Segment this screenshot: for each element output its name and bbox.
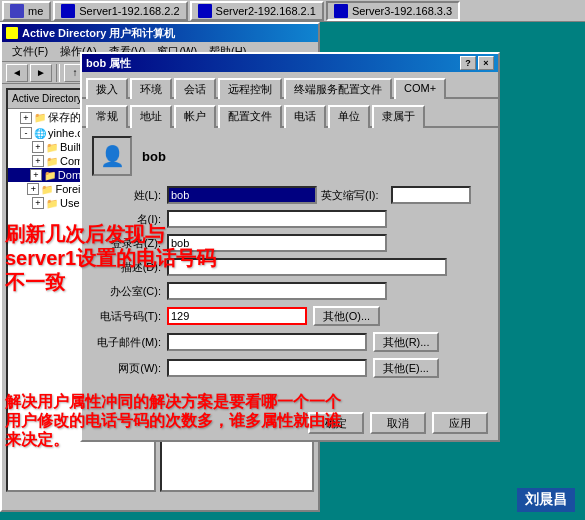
toolbar-sep1: [56, 64, 60, 82]
tab-member[interactable]: 隶属于: [372, 105, 425, 128]
webpage-label: 网页(W):: [92, 361, 167, 376]
ok-button[interactable]: 确定: [308, 412, 364, 434]
tab-server1-icon: [61, 4, 75, 18]
user-avatar-row: 👤 bob: [92, 136, 488, 176]
folder-users-icon: 📁: [46, 198, 58, 209]
webpage-row: 网页(W): 其他(E)...: [92, 358, 488, 378]
taskbar: me Server1-192.168.2.2 Server2-192.168.2…: [0, 0, 585, 22]
firstname-input[interactable]: [167, 210, 387, 228]
bob-properties-dialog: bob 属性 ? × 拨入 环境 会话 远程控制 终端服务配置文件 COM+ 常…: [80, 52, 500, 442]
lastname-label: 姓(L):: [92, 188, 167, 203]
tab-server3[interactable]: Server3-192.168.3.3: [326, 1, 460, 21]
initials-label: 英文缩写(I):: [321, 188, 391, 203]
cancel-button[interactable]: 取消: [370, 412, 426, 434]
email-other-btn[interactable]: 其他(R)...: [373, 332, 439, 352]
tab-server2[interactable]: Server2-192.168.2.1: [190, 1, 324, 21]
tab-env[interactable]: 环境: [130, 78, 172, 99]
lastname-row: 姓(L): 英文缩写(I):: [92, 186, 488, 204]
phone-input[interactable]: [167, 307, 307, 325]
folder-foreign-icon: 📁: [41, 184, 53, 195]
webpage-input[interactable]: [167, 359, 367, 377]
expand-foreign[interactable]: +: [27, 183, 39, 195]
tab-general[interactable]: 常规: [86, 105, 128, 128]
author-name: 刘晨昌: [517, 488, 575, 512]
folder-computers-icon: 📁: [46, 156, 58, 167]
tab-account[interactable]: 帐户: [174, 105, 216, 128]
user-display-name: bob: [142, 149, 166, 164]
toolbar-back[interactable]: ◄: [6, 64, 28, 82]
toolbar-forward[interactable]: ►: [30, 64, 52, 82]
office-input[interactable]: [167, 282, 387, 300]
initials-input[interactable]: [391, 186, 471, 204]
dialog-title: bob 属性: [86, 56, 131, 71]
firstname-label: 名(I):: [92, 212, 167, 227]
logon-label: 登录名(Z):: [92, 236, 167, 251]
desc-input[interactable]: [167, 258, 447, 276]
email-input[interactable]: [167, 333, 367, 351]
desc-row: 描述(D):: [92, 258, 488, 276]
tab-phone[interactable]: 电话: [284, 105, 326, 128]
folder-saved-icon: 📁: [34, 112, 46, 123]
lastname-input[interactable]: [167, 186, 317, 204]
tab-session[interactable]: 会话: [174, 78, 216, 99]
logon-row: 登录名(Z):: [92, 234, 488, 252]
apply-button[interactable]: 应用: [432, 412, 488, 434]
expand-computers[interactable]: +: [32, 155, 44, 167]
tab-address[interactable]: 地址: [130, 105, 172, 128]
ad-icon: [6, 27, 18, 39]
tab-profile[interactable]: 配置文件: [218, 105, 282, 128]
tab-server3-icon: [334, 4, 348, 18]
office-label: 办公室(C):: [92, 284, 167, 299]
expand-users[interactable]: +: [32, 197, 44, 209]
webpage-other-btn[interactable]: 其他(E)...: [373, 358, 439, 378]
logon-input[interactable]: [167, 234, 387, 252]
expand-yinhe[interactable]: -: [20, 127, 32, 139]
ad-titlebar: Active Directory 用户和计算机: [2, 24, 318, 42]
tab-server2-icon: [198, 4, 212, 18]
dialog-body: 👤 bob 姓(L): 英文缩写(I): 名(I): 登录名(Z):: [82, 128, 498, 392]
menu-file[interactable]: 文件(F): [6, 42, 54, 61]
firstname-row: 名(I):: [92, 210, 488, 228]
folder-builtin-icon: 📁: [46, 142, 58, 153]
tab-dialin[interactable]: 拨入: [86, 78, 128, 99]
user-avatar: 👤: [92, 136, 132, 176]
expand-dc[interactable]: +: [30, 169, 42, 181]
dialog-help-btn[interactable]: ?: [460, 56, 476, 70]
dialog-tabs-row1: 拨入 环境 会话 远程控制 终端服务配置文件 COM+: [82, 72, 498, 99]
tab-me-icon: [10, 4, 24, 18]
expand-saved[interactable]: +: [20, 112, 32, 124]
tab-remote[interactable]: 远程控制: [218, 78, 282, 99]
dialog-tabs-row2: 常规 地址 帐户 配置文件 电话 单位 隶属于: [82, 99, 498, 128]
tab-unit[interactable]: 单位: [328, 105, 370, 128]
dialog-close-btn[interactable]: ×: [478, 56, 494, 70]
tab-server1[interactable]: Server1-192.168.2.2: [53, 1, 187, 21]
dialog-titlebar: bob 属性 ? ×: [82, 54, 498, 72]
tab-me[interactable]: me: [2, 1, 51, 21]
expand-builtin[interactable]: +: [32, 141, 44, 153]
folder-dc-icon: 📁: [44, 170, 56, 181]
main-area: Active Directory 用户和计算机 文件(F) 操作(A) 查看(V…: [0, 22, 585, 520]
author-badge: 刘晨昌: [517, 488, 575, 512]
dialog-title-buttons: ? ×: [460, 56, 494, 70]
desc-label: 描述(D):: [92, 260, 167, 275]
dialog-footer: 确定 取消 应用: [308, 412, 488, 434]
folder-yinhe-icon: 🌐: [34, 128, 46, 139]
email-label: 电子邮件(M):: [92, 335, 167, 350]
phone-label: 电话号码(T):: [92, 309, 167, 324]
phone-row: 电话号码(T): 其他(O)...: [92, 306, 488, 326]
office-row: 办公室(C):: [92, 282, 488, 300]
tab-com[interactable]: COM+: [394, 78, 446, 99]
tab-terminal[interactable]: 终端服务配置文件: [284, 78, 392, 99]
email-row: 电子邮件(M): 其他(R)...: [92, 332, 488, 352]
phone-other-btn[interactable]: 其他(O)...: [313, 306, 380, 326]
